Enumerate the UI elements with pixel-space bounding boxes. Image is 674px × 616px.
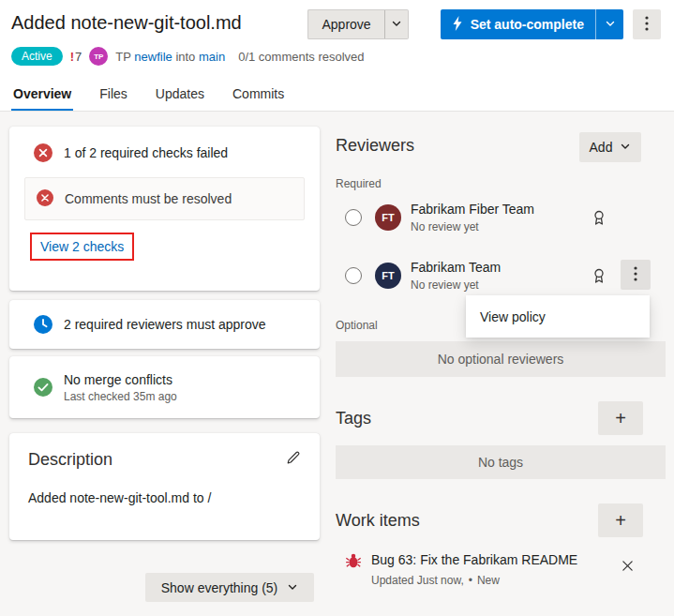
work-item-row: Bug 63: Fix the Fabrikam README Updated …: [336, 550, 666, 593]
merge-status-text: No merge conflicts: [64, 372, 177, 387]
chevron-down-icon: [287, 580, 298, 595]
reviewer-avatar: FT: [375, 204, 401, 231]
approve-dropdown-button[interactable]: [384, 9, 409, 39]
add-tag-button[interactable]: +: [598, 401, 643, 435]
more-actions-button[interactable]: [633, 9, 661, 39]
work-items-heading: Work items: [336, 511, 420, 531]
author-label: TP: [115, 50, 130, 64]
required-reviewers-check-card: 2 required reviewers must approve: [9, 300, 320, 349]
auto-complete-split-button: Set auto-complete: [441, 9, 623, 39]
remove-work-item-button[interactable]: [622, 560, 634, 575]
tab-files[interactable]: Files: [97, 83, 129, 111]
reviewer-vote-radio[interactable]: [345, 209, 362, 226]
checks-failed-summary: 1 of 2 required checks failed: [64, 145, 228, 160]
annotation-highlight-box: View 2 checks: [30, 233, 134, 261]
reviewer-context-menu-button[interactable]: [621, 260, 651, 290]
tab-commits[interactable]: Commits: [231, 83, 286, 111]
set-auto-complete-button[interactable]: Set auto-complete: [441, 9, 595, 39]
work-item-title-link[interactable]: Bug 63: Fix the Fabrikam README: [371, 552, 577, 567]
reviewer-avatar: FT: [375, 263, 401, 289]
error-circle-icon: [37, 189, 53, 209]
work-item-updated: Updated Just now,: [371, 574, 464, 587]
required-checks-card: 1 of 2 required checks failed Comments m…: [9, 127, 320, 291]
reviewers-heading: Reviewers: [336, 136, 414, 156]
failed-check-label: Comments must be resolved: [65, 191, 232, 206]
tab-overview[interactable]: Overview: [11, 83, 73, 111]
status-badge: Active: [11, 47, 63, 66]
vertical-ellipsis-icon: [634, 266, 637, 284]
pr-title: Added note-new-git-tool.md: [11, 12, 242, 34]
pencil-icon: [286, 450, 301, 470]
required-reviewers-label: Required: [336, 177, 382, 190]
reviewer-status: No review yet: [411, 278, 479, 292]
required-policy-ribbon-icon: [592, 210, 606, 229]
pr-alert-indicator: !7: [70, 50, 82, 64]
reviewer-name[interactable]: Fabrikam Fiber Team: [411, 202, 534, 217]
set-auto-complete-label: Set auto-complete: [471, 17, 584, 32]
description-body: Added note-new-git-tool.md to /: [28, 490, 301, 505]
auto-complete-dropdown-button[interactable]: [595, 9, 623, 39]
add-work-item-button[interactable]: +: [598, 503, 643, 537]
comments-resolved-count: 0/1 comments resolved: [238, 50, 364, 64]
failed-check-item[interactable]: Comments must be resolved: [24, 177, 305, 220]
plus-icon: +: [615, 408, 626, 429]
branch-summary: TP newfile into main: [115, 50, 225, 64]
state-bullet-icon: •: [469, 574, 472, 587]
view-checks-link[interactable]: View 2 checks: [40, 239, 124, 254]
work-item-state: New: [477, 574, 500, 587]
plus-icon: +: [615, 510, 626, 532]
merge-last-checked: Last checked 35m ago: [64, 390, 177, 403]
pr-sidebar: Reviewers Add Required FT Fabrikam Fiber…: [336, 110, 666, 616]
edit-description-button[interactable]: [286, 450, 301, 470]
source-branch-link[interactable]: newfile: [134, 50, 172, 64]
chevron-down-icon: [620, 140, 631, 155]
header-actions: Approve Set auto-complete: [307, 9, 661, 39]
reviewer-context-menu: View policy: [466, 295, 650, 338]
pull-request-page: Added note-new-git-tool.md Approve Set a…: [0, 0, 674, 616]
author-avatar: TP: [89, 47, 108, 66]
chevron-down-icon: [605, 17, 616, 32]
vertical-ellipsis-icon: [645, 16, 649, 34]
description-header: Description: [28, 450, 301, 470]
target-branch-link[interactable]: main: [199, 50, 225, 64]
show-everything-label: Show everything (5): [161, 580, 278, 595]
work-item-meta: Updated Just now, • New: [371, 574, 500, 587]
reviewer-vote-radio[interactable]: [345, 267, 362, 284]
description-card: Description Added note-new-git-tool.md t…: [9, 433, 320, 540]
tab-updates[interactable]: Updates: [154, 83, 206, 111]
error-circle-icon: [34, 143, 52, 162]
approve-split-button: Approve: [307, 9, 408, 39]
pr-header: Added note-new-git-tool.md Approve Set a…: [0, 0, 674, 112]
merge-status-block: No merge conflicts Last checked 35m ago: [64, 372, 177, 403]
add-reviewer-label: Add: [590, 140, 613, 155]
description-heading: Description: [28, 450, 112, 470]
checks-failed-row: 1 of 2 required checks failed: [24, 143, 305, 162]
bug-icon: [345, 552, 362, 572]
pr-meta-row: Active !7 TP TP newfile into main 0/1 co…: [11, 47, 365, 66]
required-reviewers-text: 2 required reviewers must approve: [64, 317, 266, 332]
approve-button[interactable]: Approve: [307, 9, 383, 39]
pr-tabs: Overview Files Updates Commits: [11, 83, 286, 111]
no-tags-bar: No tags: [336, 445, 666, 479]
reviewer-row: FT Fabrikam Fiber Team No review yet: [336, 198, 666, 239]
add-reviewer-button[interactable]: Add: [579, 132, 641, 162]
into-text: into: [175, 50, 195, 64]
reviewer-row: FT Fabrikam Team No review yet: [336, 256, 666, 297]
success-check-icon: [34, 378, 52, 397]
merge-status-card: No merge conflicts Last checked 35m ago: [9, 356, 320, 418]
show-everything-button[interactable]: Show everything (5): [145, 573, 314, 602]
reviewer-name[interactable]: Fabrikam Team: [411, 260, 501, 275]
waiting-clock-icon: [34, 315, 52, 334]
close-icon: [622, 560, 634, 575]
no-optional-reviewers-bar: No optional reviewers: [336, 341, 666, 377]
view-policy-menu-item[interactable]: View policy: [480, 309, 546, 324]
alert-count: 7: [75, 50, 82, 64]
lightning-icon: [452, 16, 463, 34]
tags-heading: Tags: [336, 409, 371, 428]
chevron-down-icon: [391, 17, 402, 32]
reviewer-status: No review yet: [411, 220, 479, 233]
alert-exclamation-icon: !: [70, 50, 74, 64]
required-policy-ribbon-icon: [592, 268, 606, 287]
optional-reviewers-label: Optional: [336, 319, 378, 332]
